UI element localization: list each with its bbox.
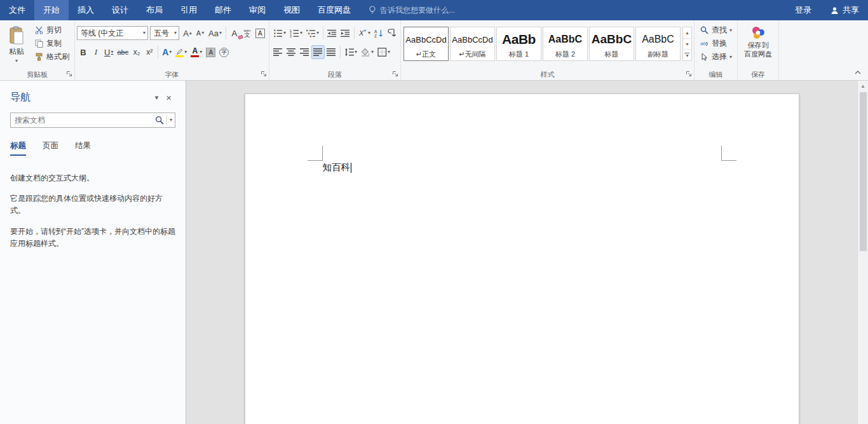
tab-home[interactable]: 开始 <box>34 0 69 20</box>
align-left-icon <box>273 48 283 57</box>
collapse-ribbon-button[interactable] <box>853 68 863 77</box>
numbering-button[interactable]: 123 ▾ <box>288 26 304 40</box>
align-right-icon <box>300 48 309 57</box>
styles-scroll-down-button[interactable]: ▾ <box>683 39 691 50</box>
font-size-combo[interactable]: 五号 ▾ <box>150 26 179 40</box>
paragraph-group-label: 段落 <box>328 70 342 79</box>
character-shading-button[interactable]: A <box>204 45 217 59</box>
line-spacing-button[interactable]: ▾ <box>342 45 359 59</box>
format-painter-button[interactable]: 格式刷 <box>31 50 72 64</box>
text-effects-button[interactable]: A▾ <box>160 45 173 59</box>
font-color-caret-icon: ▾ <box>200 50 202 55</box>
search-options-caret-icon[interactable]: ▾ <box>170 118 172 123</box>
nav-tab-results[interactable]: 结果 <box>75 140 91 156</box>
justify-button[interactable] <box>311 45 325 59</box>
change-case-button[interactable]: Aa▾ <box>207 26 224 40</box>
vertical-scrollbar[interactable]: ▲ <box>857 81 868 424</box>
distribute-button[interactable] <box>325 45 338 59</box>
paste-button[interactable]: 粘贴 ▾ <box>2 22 31 67</box>
decrease-indent-button[interactable] <box>325 26 339 40</box>
borders-caret-icon: ▾ <box>388 50 390 55</box>
tab-review[interactable]: 审阅 <box>240 0 275 20</box>
bullets-button[interactable]: ▾ <box>271 26 288 40</box>
grow-font-button[interactable]: A▴ <box>181 26 194 40</box>
tab-baidu-netdisk[interactable]: 百度网盘 <box>309 0 360 20</box>
tab-layout[interactable]: 布局 <box>137 0 172 20</box>
nav-description-paragraph: 创建文档的交互式大纲。 <box>10 172 175 184</box>
style-card-heading-2[interactable]: AaBbC 标题 2 <box>543 27 588 61</box>
font-dialog-launcher[interactable] <box>261 71 268 78</box>
enclose-characters-icon: 字 <box>219 48 229 57</box>
navigation-close-button[interactable]: × <box>162 91 175 104</box>
search-magnifier-icon[interactable] <box>155 116 164 125</box>
style-card-heading-1[interactable]: AaBb 标题 1 <box>496 27 541 61</box>
borders-button[interactable]: ▾ <box>376 45 392 59</box>
align-left-button[interactable] <box>271 45 285 59</box>
tab-insert[interactable]: 插入 <box>69 0 103 20</box>
styles-group-label: 样式 <box>540 70 554 79</box>
bold-button[interactable]: B <box>77 45 90 59</box>
tab-file[interactable]: 文件 <box>0 0 34 20</box>
numbering-caret-icon: ▾ <box>300 31 302 36</box>
sort-button[interactable]: AZ <box>372 26 386 40</box>
font-name-combo[interactable]: 等线 (中文正 ▾ <box>77 26 148 40</box>
increase-indent-button[interactable] <box>339 26 352 40</box>
shading-button[interactable]: ▾ <box>359 45 376 59</box>
styles-gallery-more-button[interactable]: ▾ <box>683 50 691 60</box>
align-center-button[interactable] <box>285 45 298 59</box>
style-card-subtitle[interactable]: AaBbC 副标题 <box>635 27 681 61</box>
replace-button[interactable]: ab 替换 <box>696 37 735 50</box>
align-right-button[interactable] <box>298 45 311 59</box>
shrink-font-button[interactable]: A▾ <box>194 26 207 40</box>
tab-view[interactable]: 视图 <box>275 0 309 20</box>
font-color-icon: A <box>191 48 199 57</box>
styles-dialog-launcher[interactable] <box>686 71 693 78</box>
subscript-button[interactable]: x₂ <box>130 45 143 59</box>
clear-formatting-button[interactable]: A <box>228 26 241 40</box>
navigation-options-dropdown[interactable]: ▾ <box>151 92 163 103</box>
superscript-button[interactable]: x² <box>143 45 156 59</box>
copy-button[interactable]: 复制 <box>31 37 72 50</box>
search-input[interactable] <box>15 116 155 125</box>
divider <box>226 27 226 39</box>
scrollbar-thumb[interactable] <box>860 92 867 251</box>
svg-text:ab: ab <box>700 41 706 46</box>
replace-label: 替换 <box>712 38 727 49</box>
nav-tab-pages[interactable]: 页面 <box>43 140 58 156</box>
editing-group-label: 编辑 <box>709 70 722 79</box>
font-group-label: 字体 <box>165 70 179 79</box>
nav-tab-headings[interactable]: 标题 <box>10 140 26 156</box>
document-text: 知百科 <box>323 161 351 174</box>
select-button[interactable]: 选择 ▾ <box>696 50 735 64</box>
clipboard-dialog-launcher[interactable] <box>66 71 73 78</box>
document-canvas[interactable]: 知百科 <box>186 81 857 424</box>
share-button[interactable]: 共享 <box>822 4 868 16</box>
scrollbar-up-button[interactable]: ▲ <box>858 81 868 92</box>
tab-design[interactable]: 设计 <box>103 0 137 20</box>
multilevel-list-button[interactable]: ▾ <box>304 26 321 40</box>
text-highlight-button[interactable]: ▾ <box>173 45 189 59</box>
style-card-normal[interactable]: AaBbCcDd ↵正文 <box>403 27 449 61</box>
character-border-button[interactable]: A <box>254 26 267 40</box>
document-text-line[interactable]: 知百科 <box>323 161 352 174</box>
tell-me-box[interactable]: 告诉我您想要做什么... <box>362 0 461 20</box>
document-page[interactable]: 知百科 <box>245 93 799 424</box>
sign-in-button[interactable]: 登录 <box>785 4 822 16</box>
save-to-baidu-netdisk-button[interactable]: 保存到 百度网盘 <box>740 23 776 61</box>
italic-button[interactable]: I <box>90 45 102 59</box>
style-name: ↵正文 <box>416 50 436 59</box>
font-color-button[interactable]: A ▾ <box>189 45 204 59</box>
cut-button[interactable]: 剪切 <box>31 24 72 37</box>
underline-button[interactable]: U▾ <box>102 45 115 59</box>
paragraph-dialog-launcher[interactable] <box>392 71 399 78</box>
strikethrough-button[interactable]: abc <box>115 45 130 59</box>
show-formatting-marks-button[interactable] <box>386 26 398 40</box>
enclose-characters-button[interactable]: 字 <box>217 45 231 59</box>
tab-mailings[interactable]: 邮件 <box>206 0 240 20</box>
find-button[interactable]: 查找 ▾ <box>696 24 735 37</box>
styles-scroll-up-button[interactable]: ▴ <box>683 27 691 39</box>
style-card-title[interactable]: AaBbC 标题 <box>589 27 634 61</box>
tab-references[interactable]: 引用 <box>172 0 206 20</box>
style-card-no-spacing[interactable]: AaBbCcDd ↵无间隔 <box>450 27 495 61</box>
asian-layout-button[interactable]: X ▾ <box>356 26 372 40</box>
